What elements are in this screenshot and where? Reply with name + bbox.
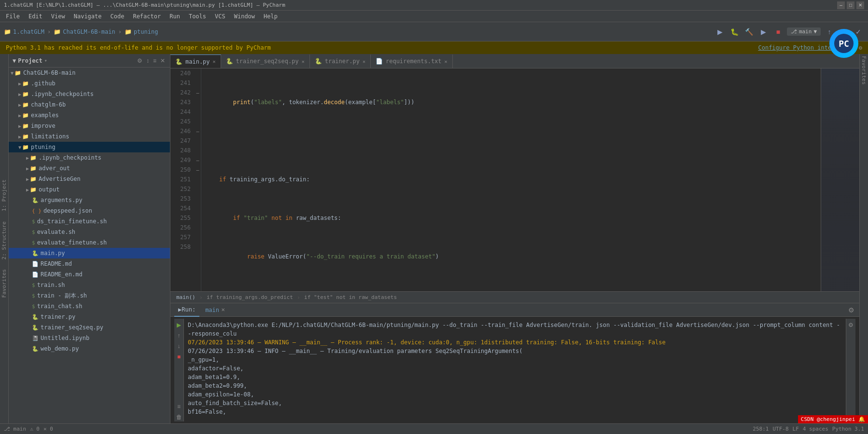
menu-file[interactable]: File [2,12,24,21]
status-indent[interactable]: 4 spaces [803,426,828,432]
status-python[interactable]: Python 3.1 [832,426,864,432]
breadcrumb-ptuning[interactable]: 📁 ptuning [125,28,158,35]
breadcrumb-do-predict[interactable]: if training_args.do_predict [207,294,293,300]
status-warnings[interactable]: ⚠ 0 [30,426,40,432]
pycharm-logo: PC [829,29,858,58]
status-lf[interactable]: LF [793,426,799,432]
tree-item-adver-out[interactable]: ▶ 📁 adver_out [9,163,170,174]
maximize-button[interactable]: □ [847,1,854,9]
fold-242[interactable]: – [195,88,201,97]
menu-edit[interactable]: Edit [25,12,46,21]
tree-root[interactable]: ▼ 📁 ChatGLM-6B-main [9,68,170,78]
tree-item-advertisegen[interactable]: ▶ 📁 AdvertiseGen [9,174,170,184]
project-settings-btn[interactable]: ⚙ [136,56,143,65]
ptuning-arrow: ▼ [18,145,21,150]
gear-icon[interactable]: ⚙ [859,44,862,51]
tree-item-output[interactable]: ▶ 📁 output [9,184,170,195]
tree-item-limitations[interactable]: ▶ 📁 limitations [9,131,170,142]
tree-item-ipynb-ck2[interactable]: ▶ 📁 .ipynb_checkpoints [9,152,170,163]
fold-250[interactable]: – [195,165,201,175]
tree-item-ds-train[interactable]: $ ds_train_finetune.sh [9,216,170,227]
breadcrumb-chatglm[interactable]: 📁 1.chatGLM [4,28,44,35]
favorites-label[interactable]: Favorites [861,56,867,85]
tree-item-github[interactable]: ▶ 📁 .github [9,78,170,89]
tree-ds-train-label: ds_train_finetune.sh [37,218,107,225]
stop-button[interactable]: ■ [772,26,784,38]
line-num-248: 248 [174,146,191,155]
favorites-panel-label[interactable]: Favorites [1,269,7,298]
tab-trainer-seq[interactable]: 🐍 trainer_seq2seq.py ✕ [221,54,310,68]
menu-view[interactable]: View [47,12,69,21]
project-expand-btn[interactable]: ↕ [145,56,150,65]
branch-indicator[interactable]: ⎇ main ▼ [787,27,821,36]
run-settings-right[interactable]: ⚙ [847,321,855,329]
run-close-button[interactable]: ✕ [221,307,225,312]
tree-item-evaluate[interactable]: $ evaluate.sh [9,227,170,237]
project-gear-btn[interactable]: ≡ [152,56,157,65]
tab-requirements[interactable]: 📄 requirements.txt ✕ [371,54,453,68]
menu-tools[interactable]: Tools [185,12,210,21]
minimize-button[interactable]: – [837,1,845,9]
run-clear-btn[interactable]: 🗑 [175,413,183,421]
menu-window[interactable]: Window [230,12,259,21]
tab-trainer[interactable]: 🐍 trainer.py ✕ [310,54,371,68]
tab-trainer-seq-close[interactable]: ✕ [302,59,305,64]
status-git[interactable]: ⎇ main [4,426,26,432]
tree-item-trainer-seq[interactable]: 🐍 trainer_seq2seq.py [9,322,170,333]
menu-run[interactable]: Run [166,12,184,21]
tree-item-readme[interactable]: 📄 README.md [9,258,170,269]
code-editor[interactable]: 240 241 242 243 244 245 246 247 248 249 … [170,68,859,291]
run-output[interactable]: D:\Anaconda3\python.exe E:/NLP/1.chatGLM… [184,319,846,421]
project-dropdown2[interactable]: ▾ [44,58,47,63]
run-stop-btn[interactable]: ■ [175,353,183,361]
tab-main-py[interactable]: 🐍 main.py ✕ [170,54,221,68]
menu-navigate[interactable]: Navigate [70,12,106,21]
project-panel-label[interactable]: 1: Project [1,179,7,211]
menu-vcs[interactable]: VCS [211,12,229,21]
tab-trainer-close[interactable]: ✕ [363,59,365,64]
tree-item-improve[interactable]: ▶ 📁 improve [9,121,170,131]
tree-item-trainer[interactable]: 🐍 trainer.py [9,312,170,322]
tree-item-train[interactable]: $ train.sh [9,280,170,290]
breadcrumb-chatglm6b[interactable]: 📁 ChatGLM-6B-main [54,28,115,35]
tab-requirements-close[interactable]: ✕ [445,59,448,64]
run-config-button[interactable]: ▶ [758,26,770,38]
menu-help[interactable]: Help [260,12,281,21]
menu-code[interactable]: Code [107,12,128,21]
menu-bar: File Edit View Navigate Code Refactor Ru… [0,11,868,22]
tree-item-readme-en[interactable]: 📄 README_en.md [9,269,170,280]
build-button[interactable]: 🔨 [743,26,755,38]
tree-item-arguments[interactable]: 🐍 arguments.py [9,195,170,205]
run-settings-btn[interactable]: ⚙ [847,305,855,315]
tree-item-train-chat[interactable]: $ train_chat.sh [9,301,170,312]
status-errors[interactable]: ✕ 0 [43,426,53,432]
breadcrumb-main[interactable]: main() [176,294,196,300]
tree-item-main[interactable]: 🐍 main.py [9,248,170,258]
tree-item-deepspeed[interactable]: { } deepspeed.json [9,205,170,216]
run-button[interactable]: ▶ [714,26,726,38]
fold-249[interactable]: – [195,155,201,165]
run-scroll-up-btn[interactable]: ↑ [175,331,183,340]
structure-panel-label[interactable]: 2: Structure [1,221,7,259]
fold-246[interactable]: – [195,126,201,136]
tree-item-train-copy[interactable]: $ train - 副本.sh [9,290,170,301]
status-encoding[interactable]: UTF-8 [772,426,788,432]
run-filter-btn[interactable]: ≡ [175,402,183,411]
menu-refactor[interactable]: Refactor [129,12,165,21]
tab-main-py-close[interactable]: ✕ [213,59,216,64]
run-play-btn[interactable]: ▶ [175,321,183,329]
run-scroll-down-btn[interactable]: ↓ [175,342,183,351]
tree-item-examples[interactable]: ▶ 📁 examples [9,110,170,121]
debug-button[interactable]: 🐛 [729,26,741,38]
breadcrumb-test-not-in[interactable]: if "test" not in raw_datasets [304,294,397,300]
tree-item-ipynb-checkpoints[interactable]: ▶ 📁 .ipynb_checkpoints [9,89,170,99]
run-tab[interactable]: ▶ Run: [174,303,199,317]
tree-item-webdemo[interactable]: 🐍 web_demo.py [9,343,170,354]
project-close-btn[interactable]: ✕ [159,56,166,65]
tree-item-untitled[interactable]: 📓 Untitled.ipynb [9,333,170,343]
tree-item-ptuning[interactable]: ▼ 📁 ptuning [9,142,170,152]
close-button[interactable]: ✕ [856,1,864,9]
tree-item-evaluate-ft[interactable]: $ evaluate_finetune.sh [9,237,170,248]
tree-item-chatglm6b[interactable]: ▶ 📁 chatglm-6b [9,99,170,110]
code-lines[interactable]: print("labels", tokenizer.decode(example… [201,68,821,291]
